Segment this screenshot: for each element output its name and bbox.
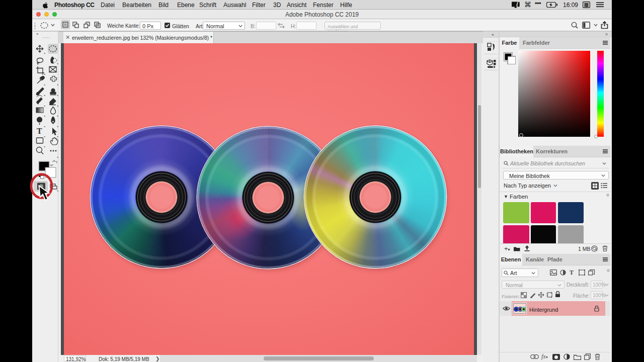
svg-text:«: « [36,32,39,36]
svg-text:T: T [37,127,42,135]
